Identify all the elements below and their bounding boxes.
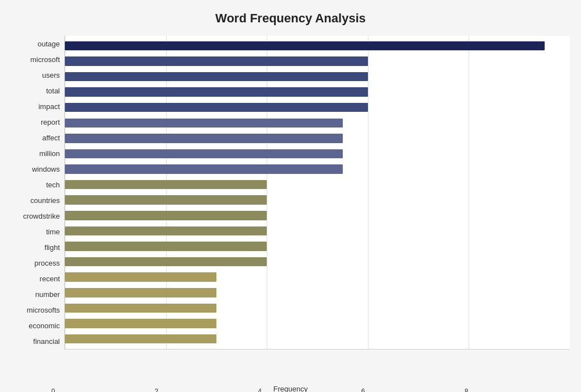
bar [65, 164, 343, 174]
bar [65, 41, 545, 51]
y-label: outage [11, 40, 60, 48]
bar-row [65, 270, 570, 285]
plot-area [64, 36, 570, 350]
y-label: time [11, 228, 60, 235]
bar-row [65, 192, 570, 208]
bar [65, 56, 368, 66]
bar [65, 103, 368, 112]
bar [65, 226, 267, 236]
chart-container: Word Frequency Analysis outagemicrosoftu… [0, 0, 581, 392]
bar [65, 334, 216, 344]
bar-row [65, 254, 570, 270]
y-label: microsofts [11, 306, 60, 314]
bar [65, 195, 267, 205]
bar [65, 119, 343, 128]
bar [65, 242, 267, 251]
y-label: economic [11, 322, 60, 329]
y-label: total [11, 87, 60, 95]
bar-row [65, 69, 570, 84]
y-label: windows [11, 166, 60, 173]
bar-row [65, 316, 570, 332]
bar [65, 149, 343, 159]
y-label: financial [11, 338, 60, 345]
bar [65, 72, 368, 82]
bar-row [65, 146, 570, 162]
bar [65, 134, 343, 143]
bar-row [65, 177, 570, 192]
bar-row [65, 115, 570, 131]
y-label: recent [11, 275, 60, 282]
bar-row [65, 100, 570, 115]
bar [65, 272, 216, 282]
bar-row [65, 331, 570, 347]
bar-row [65, 131, 570, 147]
bar-row [65, 38, 570, 54]
y-label: crowdstrike [11, 212, 60, 220]
y-label: flight [11, 244, 60, 251]
bar-row [65, 84, 570, 100]
y-label: countries [11, 197, 60, 204]
bar-row [65, 54, 570, 69]
bar [65, 87, 368, 97]
bar-row [65, 239, 570, 254]
bar-row [65, 300, 570, 316]
y-label: million [11, 150, 60, 157]
y-label: users [11, 72, 60, 79]
bar [65, 304, 216, 313]
x-axis-title: Frequency [0, 385, 581, 392]
chart-area: outagemicrosoftuserstotalimpactreportaff… [11, 36, 570, 350]
y-label: tech [11, 181, 60, 188]
bar [65, 288, 216, 297]
bar-row [65, 223, 570, 239]
chart-title: Word Frequency Analysis [11, 11, 570, 26]
y-label: process [11, 259, 60, 267]
y-label: impact [11, 103, 60, 110]
bars-container [65, 36, 570, 349]
bar-row [65, 208, 570, 224]
y-label: affect [11, 134, 60, 141]
bar-row [65, 162, 570, 177]
bar [65, 180, 267, 190]
bar [65, 257, 267, 267]
y-axis: outagemicrosoftuserstotalimpactreportaff… [11, 36, 64, 350]
bar [65, 319, 216, 328]
y-label: number [11, 291, 60, 298]
bar [65, 211, 267, 220]
y-label: microsoft [11, 56, 60, 63]
bar-row [65, 285, 570, 301]
y-label: report [11, 119, 60, 126]
